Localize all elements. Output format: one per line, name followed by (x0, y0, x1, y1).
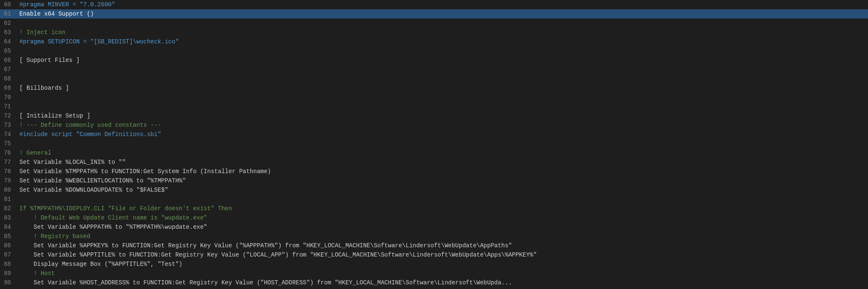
line-content: [ Initialize Setup ] (18, 111, 868, 120)
line-number: 71 (0, 102, 18, 111)
code-line: 87 Set Variable %APPTITLE% to FUNCTION:G… (0, 250, 868, 260)
code-line: 63! Inject icon (0, 28, 868, 37)
line-number: 79 (0, 176, 18, 185)
line-number: 88 (0, 260, 18, 269)
code-line: 80Set Variable %DOWNLOADUPDATE% to "$FAL… (0, 185, 868, 195)
line-number: 80 (0, 185, 18, 195)
code-line: 85 ! Registry based (0, 232, 868, 241)
line-number: 61 (0, 9, 18, 19)
line-number: 77 (0, 158, 18, 167)
code-line: 66[ Support Files ] (0, 56, 868, 65)
line-content: Set Variable %HOST_ADDRESS% to FUNCTION:… (18, 278, 868, 287)
line-number: 69 (0, 83, 18, 93)
code-line: 81 (0, 195, 868, 204)
line-number: 62 (0, 19, 18, 28)
line-content: ! Host (18, 269, 868, 278)
line-number: 68 (0, 74, 18, 83)
line-content: If %TMPPATH%\IDEPLOY.CLI "File or Folder… (18, 204, 868, 213)
line-content: ! --- Define commonly used constants --- (18, 120, 868, 130)
line-content: ! Default Web Update Client name is "wup… (18, 213, 868, 222)
line-number: 74 (0, 130, 18, 139)
line-number: 89 (0, 269, 18, 278)
line-number: 81 (0, 195, 18, 204)
line-number: 70 (0, 93, 18, 102)
line-content: ! Inject icon (18, 28, 868, 37)
line-number: 67 (0, 65, 18, 74)
line-content: ! Registry based (18, 232, 868, 241)
line-number: 83 (0, 213, 18, 222)
line-number: 84 (0, 222, 18, 232)
code-line: 88 Display Message Box ("%APPTITLE%", "T… (0, 260, 868, 269)
code-line: 84 Set Variable %APPPATH% to "%TMPPATH%\… (0, 222, 868, 232)
line-content: Set Variable %APPKEY% to FUNCTION:Get Re… (18, 241, 868, 250)
line-content (18, 65, 868, 74)
line-number: 73 (0, 120, 18, 130)
code-line: 65 (0, 46, 868, 56)
line-content (18, 93, 868, 102)
line-content: [ Support Files ] (18, 56, 868, 65)
line-number: 85 (0, 232, 18, 241)
code-line: 68 (0, 74, 868, 83)
code-line: 62 (0, 19, 868, 28)
code-line: 64#pragma SETUPICON = "[SB_REDIST]\wuche… (0, 37, 868, 46)
line-content: Set Variable %WEBCLIENTLOCATION% to "%TM… (18, 176, 868, 185)
line-number: 82 (0, 204, 18, 213)
line-content: #pragma SETUPICON = "[SB_REDIST]\wucheck… (18, 37, 868, 46)
code-line: 75 (0, 139, 868, 148)
code-line: 74#include script "Common Definitions.sb… (0, 130, 868, 139)
line-content: #include script "Common Definitions.sbi" (18, 130, 868, 139)
code-line: 83 ! Default Web Update Client name is "… (0, 213, 868, 222)
code-line: 73! --- Define commonly used constants -… (0, 120, 868, 130)
code-line: 72[ Initialize Setup ] (0, 111, 868, 120)
code-line: 71 (0, 102, 868, 111)
line-content: Enable x64 Support () (18, 9, 868, 19)
line-number: 78 (0, 167, 18, 176)
code-line: 79Set Variable %WEBCLIENTLOCATION% to "%… (0, 176, 868, 185)
code-line: 69[ Billboards ] (0, 83, 868, 93)
line-content: Set Variable %TMPPATH% to FUNCTION:Get S… (18, 167, 868, 176)
line-number: 66 (0, 56, 18, 65)
line-content: [ Billboards ] (18, 83, 868, 93)
code-line: 89 ! Host (0, 269, 868, 278)
line-content: #pragma MINVER = "7.0.2600" (18, 0, 868, 9)
line-number: 65 (0, 46, 18, 56)
line-content (18, 195, 868, 204)
line-content (18, 46, 868, 56)
line-content: Display Message Box ("%APPTITLE%", "Test… (18, 260, 868, 269)
line-content: ! General (18, 148, 868, 158)
line-content (18, 19, 868, 28)
code-line: 82If %TMPPATH%\IDEPLOY.CLI "File or Fold… (0, 204, 868, 213)
line-number: 87 (0, 250, 18, 260)
line-content: Set Variable %DOWNLOADUPDATE% to "$FALSE… (18, 185, 868, 195)
code-line: 90 Set Variable %HOST_ADDRESS% to FUNCTI… (0, 278, 868, 287)
line-number: 75 (0, 139, 18, 148)
line-number: 90 (0, 278, 18, 287)
line-number: 76 (0, 148, 18, 158)
code-line: 70 (0, 93, 868, 102)
line-content (18, 74, 868, 83)
code-line: 77Set Variable %LOCAL_INI% to "" (0, 158, 868, 167)
line-number: 72 (0, 111, 18, 120)
code-line: 61Enable x64 Support () (0, 9, 868, 19)
code-line: 76! General (0, 148, 868, 158)
line-number: 63 (0, 28, 18, 37)
code-line: 78Set Variable %TMPPATH% to FUNCTION:Get… (0, 167, 868, 176)
line-content (18, 139, 868, 148)
line-number: 60 (0, 0, 18, 9)
line-content: Set Variable %APPTITLE% to FUNCTION:Get … (18, 250, 868, 260)
code-line: 67 (0, 65, 868, 74)
code-editor: 60#pragma MINVER = "7.0.2600"61Enable x6… (0, 0, 868, 289)
code-line: 86 Set Variable %APPKEY% to FUNCTION:Get… (0, 241, 868, 250)
line-number: 64 (0, 37, 18, 46)
line-content: Set Variable %LOCAL_INI% to "" (18, 158, 868, 167)
line-number: 86 (0, 241, 18, 250)
code-line: 60#pragma MINVER = "7.0.2600" (0, 0, 868, 9)
line-content (18, 102, 868, 111)
line-content: Set Variable %APPPATH% to "%TMPPATH%\wup… (18, 222, 868, 232)
